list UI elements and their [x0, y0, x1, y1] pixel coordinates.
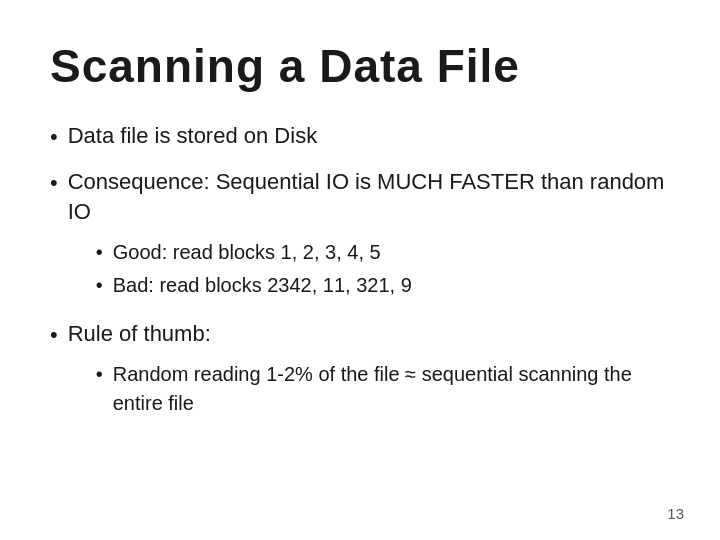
bullet-text-3-label: Rule of thumb:	[68, 321, 211, 346]
slide-container: Scanning a Data File • Data file is stor…	[0, 0, 720, 540]
bullet-list: • Data file is stored on Disk • Conseque…	[50, 121, 670, 424]
bullet-text-1: Data file is stored on Disk	[68, 121, 670, 152]
sub-bullet-item-3-1: • Random reading 1-2% of the file ≈ sequ…	[96, 360, 670, 418]
sub-bullet-list-2: • Good: read blocks 1, 2, 3, 4, 5 • Bad:…	[96, 238, 670, 299]
sub-bullet-text-2-1: Good: read blocks 1, 2, 3, 4, 5	[113, 238, 670, 266]
bullet-item-3: • Rule of thumb: • Random reading 1-2% o…	[50, 319, 670, 424]
sub-bullet-item-2-2: • Bad: read blocks 2342, 11, 321, 9	[96, 271, 670, 299]
sub-bullet-dot-2-2: •	[96, 271, 103, 299]
bullet-text-3: Rule of thumb: • Random reading 1-2% of …	[68, 319, 670, 424]
bullet-dot-3: •	[50, 320, 58, 351]
slide-title: Scanning a Data File	[50, 40, 670, 93]
bullet-item-1: • Data file is stored on Disk	[50, 121, 670, 153]
sub-bullet-text-2-2: Bad: read blocks 2342, 11, 321, 9	[113, 271, 670, 299]
page-number: 13	[667, 505, 684, 522]
bullet-item-2: • Consequence: Sequential IO is MUCH FAS…	[50, 167, 670, 306]
sub-bullet-text-3-1: Random reading 1-2% of the file ≈ sequen…	[113, 360, 670, 418]
bullet-dot-2: •	[50, 168, 58, 199]
sub-bullet-dot-3-1: •	[96, 360, 103, 389]
bullet-text-2: Consequence: Sequential IO is MUCH FASTE…	[68, 167, 670, 306]
bullet-text-2-label: Consequence: Sequential IO is MUCH FASTE…	[68, 169, 665, 225]
sub-bullet-list-3: • Random reading 1-2% of the file ≈ sequ…	[96, 360, 670, 418]
sub-bullet-dot-2-1: •	[96, 238, 103, 266]
bullet-dot-1: •	[50, 122, 58, 153]
sub-bullet-item-2-1: • Good: read blocks 1, 2, 3, 4, 5	[96, 238, 670, 266]
